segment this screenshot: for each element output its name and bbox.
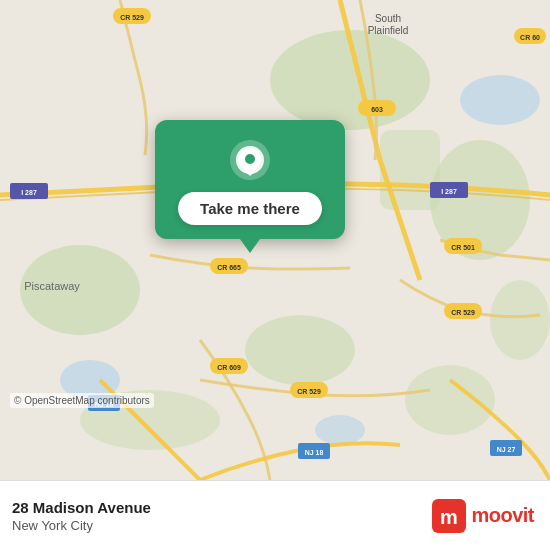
address-line: 28 Madison Avenue — [12, 499, 151, 516]
svg-text:CR 501: CR 501 — [451, 244, 475, 251]
map-svg: I 287 I 287 CR 529 CR 529 CR 529 603 CR … — [0, 0, 550, 480]
svg-point-43 — [245, 154, 255, 164]
svg-text:CR 529: CR 529 — [297, 388, 321, 395]
svg-point-11 — [315, 415, 365, 445]
location-popup: Take me there — [155, 120, 345, 239]
svg-point-4 — [245, 315, 355, 385]
svg-text:CR 609: CR 609 — [217, 364, 241, 371]
svg-text:NJ 18: NJ 18 — [305, 449, 324, 456]
svg-point-7 — [490, 280, 550, 360]
svg-text:Piscataway: Piscataway — [24, 280, 80, 292]
svg-text:South: South — [375, 13, 401, 24]
svg-text:I 287: I 287 — [441, 188, 457, 195]
city-line: New York City — [12, 518, 151, 533]
take-me-there-button[interactable]: Take me there — [178, 192, 322, 225]
bottom-bar: 28 Madison Avenue New York City m moovit — [0, 480, 550, 550]
map-container: I 287 I 287 CR 529 CR 529 CR 529 603 CR … — [0, 0, 550, 480]
moovit-icon: m — [432, 499, 466, 533]
svg-text:m: m — [441, 506, 459, 528]
svg-text:Plainfield: Plainfield — [368, 25, 409, 36]
osm-credit: © OpenStreetMap contributors — [10, 393, 154, 408]
svg-text:NJ 27: NJ 27 — [497, 446, 516, 453]
moovit-text: moovit — [471, 504, 534, 527]
svg-rect-8 — [380, 130, 440, 210]
svg-text:603: 603 — [371, 106, 383, 113]
svg-text:I 287: I 287 — [21, 189, 37, 196]
address-section: 28 Madison Avenue New York City — [12, 499, 151, 533]
svg-text:CR 60: CR 60 — [520, 34, 540, 41]
svg-text:CR 529: CR 529 — [120, 14, 144, 21]
moovit-logo: m moovit — [432, 499, 534, 533]
svg-point-9 — [460, 75, 540, 125]
svg-text:CR 529: CR 529 — [451, 309, 475, 316]
location-pin-icon — [228, 138, 272, 182]
svg-text:CR 665: CR 665 — [217, 264, 241, 271]
svg-point-6 — [405, 365, 495, 435]
